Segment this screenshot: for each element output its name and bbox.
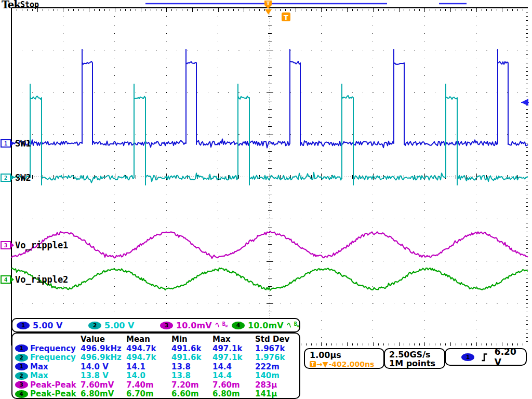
channel-2-badge: 2 [88, 322, 101, 329]
measurement-max: 497.1k [212, 344, 255, 353]
measurement-row: 2Frequency496.9kHz494.7k491.6k497.1k1.97… [12, 353, 299, 362]
channel-2-badge: 2 [1, 174, 11, 182]
channel-2-badge: 2 [15, 354, 28, 362]
channel-readout-bar: 15.00 V25.00 V310.0mVBW410.0mVBW [11, 318, 300, 332]
measurement-max: 6.80m [212, 389, 255, 398]
channel-2-label: SW2 [15, 172, 31, 183]
measurement-mean: 6.70m [126, 389, 171, 398]
measurement-name: Frequency [30, 344, 81, 353]
measurement-column-header: Std Dev [255, 335, 297, 344]
measurement-max: 14.4 [212, 371, 255, 380]
measurement-row: 1Max14.0 V14.113.814.4222m [12, 362, 299, 371]
measurement-min: 13.8 [171, 362, 212, 371]
bw-limit-indicator: BW [222, 322, 228, 329]
channel-3-badge: 3 [160, 322, 173, 329]
trigger-flag-icon: T [310, 361, 316, 367]
measurement-max: 14.4 [212, 362, 255, 371]
channel-1-badge: 1 [17, 322, 30, 329]
channel-4-label: Vo_ripple2 [15, 274, 68, 285]
measurement-value: 13.8 V [81, 371, 126, 380]
channel-2-scale-readout: 25.00 V [84, 321, 156, 330]
svg-text:T: T [267, 1, 270, 6]
measurement-mean: 494.7k [126, 344, 171, 353]
horizontal-readout: 1.00µs T →▼ -402.000ns [304, 348, 384, 369]
channel-marker-arrow-icon [11, 277, 14, 282]
channel-3-marker: 3 [1, 241, 14, 249]
measurement-value: 7.60mV [81, 380, 126, 390]
channel-1-scale-readout: 15.00 V [12, 321, 84, 330]
measurement-min: 6.60m [171, 389, 212, 398]
measurement-name: Peak-Peak [30, 389, 81, 398]
channel-2-badge: 2 [15, 372, 28, 380]
channel-1-marker: 1 [1, 139, 14, 148]
measurement-max: 497.1k [212, 353, 255, 362]
channel-4-badge: 4 [15, 390, 28, 398]
channel-1-badge: 1 [15, 344, 28, 352]
measurement-name: Frequency [30, 353, 81, 362]
measurement-std: 283µ [255, 380, 297, 390]
acquisition-readout: 2.50GS/s 1M points [384, 348, 445, 369]
measurement-column-header: Value [81, 335, 126, 344]
measurement-mean: 14.0 [126, 371, 171, 380]
measurement-min: 491.6k [171, 344, 212, 353]
trigger-delay: T →▼ -402.000ns [310, 360, 383, 368]
measurement-column-header: Mean [126, 335, 171, 344]
channel-4-badge: 4 [232, 322, 245, 329]
channel-marker-arrow-icon [11, 243, 14, 248]
channel-3-label: Vo_ripple1 [15, 240, 68, 250]
measurement-row: 2Max13.8 V14.013.814.4140m [12, 371, 299, 380]
measurement-value: 496.9kHz [81, 353, 126, 362]
channel-1-badge: 1 [1, 139, 11, 148]
delay-value: -402.000ns [329, 360, 375, 368]
channel-4-scale-readout: 410.0mVBW [228, 321, 299, 330]
timebase-scale: 1.00µs [310, 350, 383, 360]
svg-text:T: T [284, 14, 288, 21]
measurement-std: 1.976k [255, 353, 297, 362]
ac-coupling-icon [287, 322, 291, 328]
measurement-column-header: Max [212, 335, 255, 344]
channel-marker-arrow-icon [11, 141, 14, 146]
measurement-row: 4Peak-Peak6.80mV6.70m6.60m6.80m141µ [12, 389, 299, 398]
measurement-name: Max [30, 371, 81, 380]
measurement-min: 491.6k [171, 353, 212, 362]
trigger-readout: 1 6.20 V [445, 348, 527, 366]
channel-1-label: SW1 [15, 138, 31, 149]
channel-4-badge: 4 [1, 275, 11, 284]
trigger-point-arrow-icon [265, 9, 272, 15]
vertical-scale-value: 10.0mV [248, 321, 284, 330]
measurement-mean: 7.40m [126, 380, 171, 390]
oscilloscope-screen: TT Tek Stop 1SW12SW23Vo_ripple14Vo_rippl… [0, 0, 532, 399]
channel-3-badge: 3 [15, 381, 28, 389]
measurement-value: 6.80mV [81, 389, 126, 398]
vertical-scale-value: 5.00 V [104, 321, 134, 330]
channel-1-badge: 1 [15, 363, 28, 370]
measurement-min: 13.8 [171, 371, 212, 380]
measurement-mean: 14.1 [126, 362, 171, 371]
measurement-name: Peak-Peak [30, 380, 81, 390]
sample-rate: 2.50GS/s [389, 350, 444, 359]
measurement-table: ValueMeanMinMaxStd Dev1Frequency496.9kHz… [11, 332, 300, 399]
measurement-value: 496.9kHz [81, 344, 126, 353]
vertical-scale-value: 5.00 V [33, 321, 62, 330]
graticule [11, 8, 528, 345]
measurement-std: 141µ [255, 389, 297, 398]
delay-arrow-icon: →▼ [316, 360, 328, 368]
measurement-row: 3Peak-Peak7.60mV7.40m7.20m7.60m283µ [12, 380, 299, 390]
measurement-mean: 494.7k [126, 353, 171, 362]
channel-4-marker: 4 [1, 275, 14, 284]
measurement-min: 7.20m [171, 380, 212, 390]
ac-coupling-icon [215, 322, 219, 328]
measurement-value: 14.0 V [81, 362, 126, 371]
trigger-source-badge: 1 [461, 353, 474, 361]
channel-marker-arrow-icon [11, 175, 14, 180]
measurement-max: 7.60m [212, 380, 255, 390]
vertical-scale-value: 10.0mV [176, 321, 212, 330]
measurement-header-row: ValueMeanMinMaxStd Dev [12, 335, 299, 344]
measurement-std: 1.967k [255, 344, 297, 353]
record-length: 1M points [389, 359, 444, 368]
measurement-std: 222m [255, 362, 297, 371]
top-markers: TT [145, 1, 529, 106]
trigger-level: 6.20 V [495, 347, 526, 367]
measurement-column-header: Min [171, 335, 212, 344]
measurement-name: Max [30, 362, 81, 371]
